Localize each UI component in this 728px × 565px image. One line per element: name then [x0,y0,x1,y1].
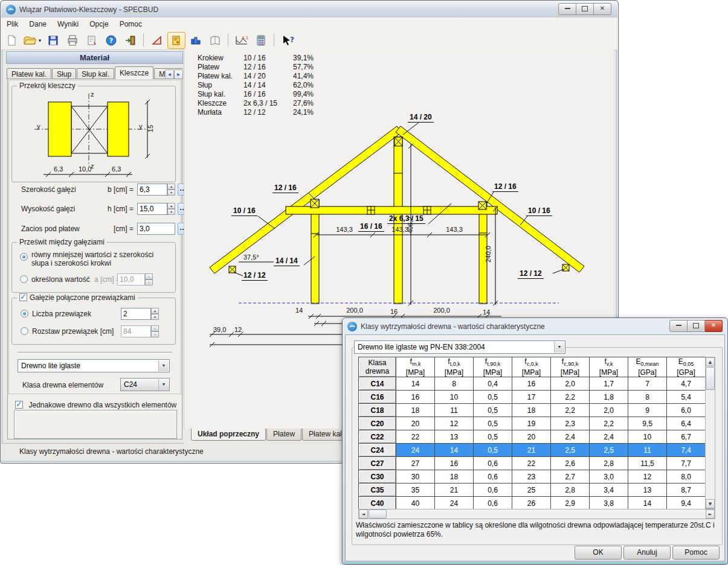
cell[interactable]: 0,6 [474,484,512,497]
cell[interactable]: 2,4 [551,430,590,444]
cell[interactable]: 24 [396,444,435,457]
cell[interactable]: 2,8 [551,484,590,497]
cell[interactable]: 23 [512,470,551,484]
cell[interactable]: 1,8 [590,391,628,404]
material-catalog-icon[interactable] [167,32,185,49]
cell[interactable]: 8,0 [667,470,706,484]
cell[interactable]: 13 [435,430,474,444]
cell[interactable]: 18 [435,470,474,484]
export-report-icon[interactable] [83,32,101,49]
wood-class-combo[interactable]: C24 ▼ [120,378,170,391]
cell[interactable]: 2,5 [551,444,590,457]
minimize-icon[interactable] [669,320,688,332]
menu-wyniki[interactable]: Wyniki [52,18,84,31]
cell[interactable]: 3,4 [590,484,628,497]
cell[interactable]: 9,4 [667,497,706,510]
scroll-up-icon[interactable]: ▲ [706,357,715,366]
cell[interactable]: 11 [628,444,667,457]
cell[interactable]: 2,7 [551,470,590,484]
battens-option2-spinner[interactable]: ▲▼ [151,325,159,337]
gap-option2-radio[interactable] [20,275,28,283]
table-row-c30[interactable]: C3030180,6232,73,0128,0 [359,470,706,484]
cell[interactable]: 26 [512,497,551,510]
cell[interactable]: 1,7 [590,377,628,391]
pomoc-button[interactable]: Pomoc [672,546,720,560]
cell[interactable]: 6,0 [667,404,706,417]
menu-dane[interactable]: Dane [24,18,52,31]
row-header-c40[interactable]: C40 [359,497,396,510]
cell[interactable]: 40 [396,497,435,510]
cell[interactable]: 24 [435,497,474,510]
calculator-icon[interactable] [252,32,270,49]
cell[interactable]: 4,7 [667,377,706,391]
same-wood-checkbox[interactable] [15,401,23,409]
menu-opcje[interactable]: Opcje [84,18,114,31]
cell[interactable]: 20 [396,417,435,430]
exit-icon[interactable] [121,32,140,49]
table-row-c18[interactable]: C1818110,5182,22,096,0 [359,404,706,417]
battens-option1-input[interactable] [121,308,151,320]
cell[interactable]: 19 [512,417,551,430]
cell[interactable]: 14 [435,444,474,457]
cell[interactable]: 8 [628,391,667,404]
static-scheme-icon[interactable]: 4.1 [233,32,251,49]
cell[interactable]: 2,6 [551,457,590,470]
cell[interactable]: 9 [628,404,667,417]
table-row-c35[interactable]: C3535210,6252,83,4138,7 [359,484,706,497]
row-header-c14[interactable]: C14 [359,377,396,391]
close-icon[interactable]: ✕ [594,3,611,15]
view-tab-płatew[interactable]: Płatew [266,429,301,441]
open-folder-icon[interactable]: ▼ [22,32,43,49]
ok-button[interactable]: OK [575,546,622,560]
cell[interactable]: 2,4 [590,430,628,444]
vscroll-thumb[interactable] [706,367,715,390]
save-icon[interactable] [44,32,62,49]
cell[interactable]: 2,3 [551,417,590,430]
row-header-c30[interactable]: C30 [359,470,396,484]
cell[interactable]: 6,7 [667,430,706,444]
cell[interactable]: 2,8 [590,457,628,470]
cell[interactable]: 14 [396,377,435,391]
maximize-icon[interactable] [576,3,594,15]
cell[interactable]: 17 [512,391,551,404]
cell[interactable]: 12 [435,417,474,430]
row-header-c35[interactable]: C35 [359,484,396,497]
menu-plik[interactable]: Plik [1,18,24,31]
scroll-down-icon[interactable]: ▼ [706,499,715,508]
cell[interactable]: 21 [435,484,474,497]
table-vscrollbar[interactable]: ▲ ▼ [705,357,715,509]
cell[interactable]: 0,5 [474,417,512,430]
close-icon[interactable]: ✕ [705,320,723,332]
cell[interactable]: 14 [628,497,667,510]
cell[interactable]: 7 [628,377,667,391]
row-header-c24[interactable]: C24 [359,444,396,457]
cell[interactable]: 13 [628,484,667,497]
tab-scroll-left-icon[interactable]: ◄ [165,69,174,79]
cell[interactable]: 18 [396,404,435,417]
row-header-c20[interactable]: C20 [359,417,396,430]
cell[interactable]: 2,0 [551,377,590,391]
field-input-szerokość-gałęzi[interactable] [137,184,167,196]
view-tab-układ-poprzeczny[interactable]: Układ poprzeczny [191,429,266,441]
gap-option2-input[interactable] [117,273,145,286]
tab-scroll-right-icon[interactable]: ► [174,69,183,79]
cell[interactable]: 11 [435,404,474,417]
cell[interactable]: 8 [435,377,474,391]
table-row-c22[interactable]: C2222130,5202,42,4106,7 [359,430,706,444]
cell[interactable]: 2,0 [590,404,628,417]
cell[interactable]: 21 [512,444,551,457]
report-icon[interactable] [206,32,224,49]
battens-option2-input[interactable] [121,325,151,337]
geometry-icon[interactable] [148,32,166,49]
cell[interactable]: 0,5 [474,404,512,417]
cell[interactable]: 0,5 [474,444,512,457]
table-hscrollbar[interactable]: ◄ ► [358,509,715,519]
field-spinner[interactable]: ▲▼ [167,203,175,215]
cell[interactable]: 30 [396,470,435,484]
cell[interactable]: 0,5 [474,430,512,444]
help-icon[interactable]: ? [102,32,120,49]
row-header-c18[interactable]: C18 [359,404,396,417]
tab-słup-kal[interactable]: Słup kal. [77,68,114,79]
cell[interactable]: 10 [435,391,474,404]
table-row-c40[interactable]: C4040240,6262,93,8149,4 [359,497,706,510]
